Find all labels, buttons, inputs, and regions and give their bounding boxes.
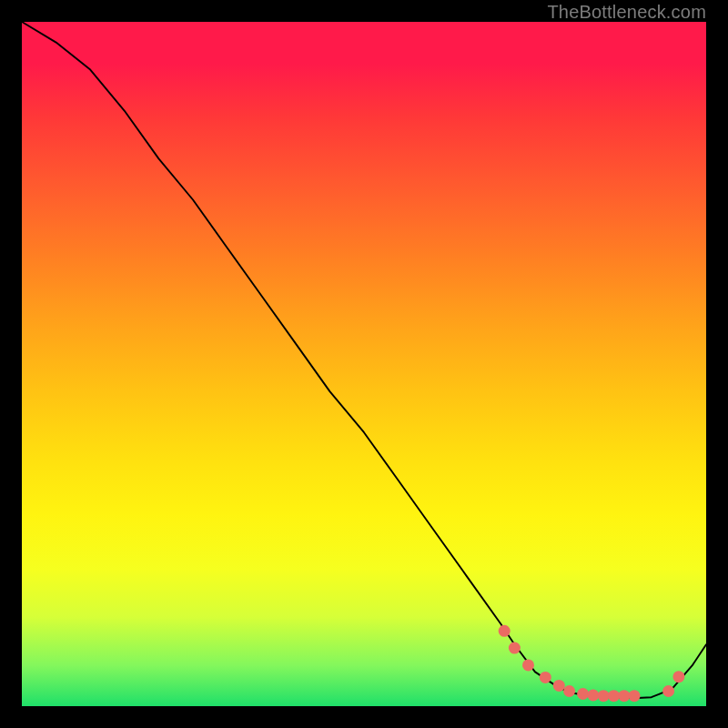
data-dot [598, 690, 610, 702]
data-dot [662, 685, 674, 697]
data-dot [629, 690, 641, 702]
data-dot [509, 642, 521, 654]
watermark-text: TheBottleneck.com [547, 2, 706, 23]
data-dot [563, 685, 575, 697]
data-dot [608, 690, 620, 702]
data-dot [618, 690, 630, 702]
data-dot [553, 680, 565, 692]
data-dot [587, 690, 599, 702]
data-dot [522, 659, 534, 671]
data-dot [672, 671, 684, 682]
curve-path [22, 22, 706, 698]
dots-group [499, 625, 685, 702]
line-chart-svg [22, 22, 706, 706]
data-dot [577, 688, 589, 700]
plot-area [22, 22, 706, 706]
data-dot [540, 672, 551, 683]
data-dot [499, 625, 511, 637]
chart-frame: TheBottleneck.com [0, 0, 728, 728]
